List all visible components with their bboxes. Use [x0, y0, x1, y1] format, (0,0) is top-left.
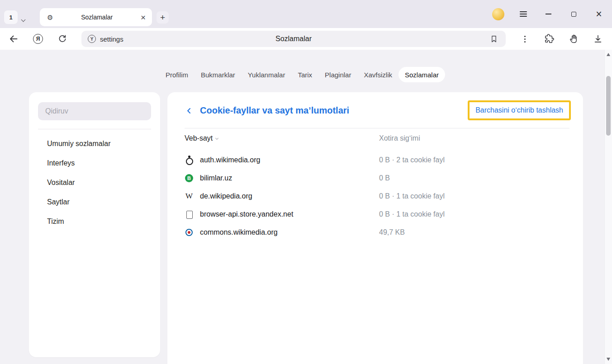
sidebar-item[interactable]: Umumiy sozlamalar	[29, 134, 160, 153]
yandex-home-button[interactable]	[33, 33, 43, 44]
close-icon	[596, 9, 602, 19]
sidebar-item-label: Saytlar	[47, 198, 70, 206]
search-input[interactable]	[38, 102, 151, 120]
menu-button[interactable]	[518, 9, 529, 19]
site-favicon-icon	[185, 192, 194, 201]
settings-nav: Profilim Bukmarklar Yuklanmalar Tarix Pl…	[0, 67, 604, 82]
puzzle-icon	[544, 34, 554, 44]
address-bar-page-title: Sozlamalar	[81, 35, 506, 43]
maximize-icon	[571, 12, 576, 17]
chevron-down-icon	[21, 18, 26, 22]
site-storage-size: 0 B	[379, 174, 390, 182]
chevron-left-icon	[185, 106, 194, 115]
site-row[interactable]: de.wikipedia.org 0 B · 1 ta cookie fayl	[167, 187, 583, 205]
site-name: de.wikipedia.org	[200, 192, 252, 200]
settings-nav-tab[interactable]: Bukmarklar	[195, 67, 242, 82]
profile-avatar[interactable]	[492, 8, 504, 20]
back-arrow-icon	[8, 33, 19, 44]
site-name: commons.wikimedia.org	[200, 228, 278, 236]
sidebar-item-label: Vositalar	[47, 179, 75, 187]
nav-tab-label: Tarix	[298, 71, 312, 79]
sidebar-item-label: Umumiy sozlamalar	[47, 140, 110, 148]
address-bar[interactable]: settings Sozlamalar	[81, 31, 506, 47]
new-tab-button[interactable]	[157, 11, 169, 24]
sidebar-item[interactable]: Interfeys	[29, 153, 160, 173]
nav-tab-label: Profilim	[166, 71, 188, 79]
delete-all-button[interactable]: Barchasini oʻchirib tashlash	[468, 100, 571, 120]
bookmark-icon	[489, 34, 498, 43]
sort-chevron-icon	[215, 137, 218, 140]
back-to-settings-button[interactable]	[185, 106, 194, 117]
hamburger-icon	[520, 11, 527, 12]
nav-tab-label: Yuklanmalar	[248, 71, 285, 79]
yandex-logo-icon	[33, 34, 43, 44]
settings-nav-tab[interactable]: Tarix	[291, 67, 318, 82]
site-name: browser-api.store.yandex.net	[200, 210, 293, 218]
sidebar-item-label: Interfeys	[47, 159, 75, 167]
more-options-button[interactable]	[519, 33, 530, 44]
window-controls	[492, 0, 605, 28]
site-row[interactable]: commons.wikimedia.org 49,7 KB	[167, 223, 583, 241]
tab-bar: 1 Sozlamalar	[0, 0, 612, 28]
toolbar: settings Sozlamalar	[0, 28, 612, 50]
nav-tab-label: Xavfsizlik	[364, 71, 392, 79]
nav-tab-label: Sozlamalar	[405, 71, 439, 79]
site-row[interactable]: bilimlar.uz 0 B	[167, 169, 583, 187]
header-divider	[185, 128, 569, 128]
scrollbar-thumb[interactable]	[606, 76, 611, 136]
bookmark-button[interactable]	[489, 33, 499, 44]
page-scrollbar[interactable]	[604, 50, 612, 364]
site-storage-size: 0 B · 2 ta cookie fayl	[379, 156, 445, 164]
site-favicon-icon	[185, 228, 194, 237]
site-storage-size: 0 B · 1 ta cookie fayl	[379, 210, 445, 218]
site-row[interactable]: auth.wikimedia.org 0 B · 2 ta cookie fay…	[167, 151, 583, 169]
settings-nav-tab[interactable]: Plaginlar	[318, 67, 357, 82]
scroll-down-arrow-icon[interactable]	[607, 358, 610, 361]
hand-icon	[569, 34, 579, 44]
gestures-button[interactable]	[568, 33, 579, 44]
site-header-label: Veb-sayt	[185, 134, 213, 142]
nav-tab-label: Bukmarklar	[201, 71, 235, 79]
settings-nav-tab[interactable]: Yuklanmalar	[242, 67, 292, 82]
site-favicon-icon	[185, 174, 194, 183]
sites-table-header: Veb-sayt Xotira sigʻimi	[167, 133, 583, 146]
site-icon	[88, 35, 96, 43]
sites-table: auth.wikimedia.org 0 B · 2 ta cookie fay…	[167, 151, 583, 241]
browser-tab-settings[interactable]: Sozlamalar	[40, 8, 152, 26]
site-row[interactable]: browser-api.store.yandex.net 0 B · 1 ta …	[167, 205, 583, 223]
site-favicon-icon	[185, 210, 194, 219]
sidebar-item[interactable]: Vositalar	[29, 173, 160, 192]
kebab-menu-icon	[524, 38, 526, 40]
maximize-button[interactable]	[568, 8, 579, 20]
site-name: bilimlar.uz	[200, 174, 232, 182]
sidebar-item[interactable]: Tizim	[29, 212, 160, 231]
page-title: Cookie-fayllar va sayt maʼlumotlari	[200, 105, 349, 116]
sidebar-item-label: Tizim	[47, 217, 64, 226]
sidebar-item[interactable]: Saytlar	[29, 192, 160, 212]
site-storage-size: 0 B · 1 ta cookie fayl	[379, 192, 445, 200]
tab-close-icon[interactable]	[141, 13, 146, 22]
extensions-button[interactable]	[544, 33, 555, 44]
site-favicon-icon	[185, 156, 194, 165]
settings-sidebar: Umumiy sozlamalar Interfeys Vositalar Sa…	[29, 92, 160, 357]
download-icon	[593, 34, 603, 44]
settings-nav-tab[interactable]: Profilim	[159, 67, 195, 82]
close-window-button[interactable]	[593, 8, 605, 20]
settings-nav-tab[interactable]: Xavfsizlik	[357, 67, 399, 82]
minimize-button[interactable]	[542, 8, 554, 20]
downloads-button[interactable]	[593, 33, 603, 44]
url-text: settings	[100, 35, 123, 43]
minimize-icon	[546, 14, 551, 14]
reload-button[interactable]	[57, 33, 68, 44]
tab-counter[interactable]: 1	[4, 10, 18, 24]
back-button[interactable]	[8, 33, 19, 44]
tab-list-chevron[interactable]	[22, 15, 25, 23]
scroll-up-arrow-icon[interactable]	[607, 53, 610, 56]
sidebar-list: Umumiy sozlamalar Interfeys Vositalar Sa…	[29, 134, 160, 231]
cookies-panel: Cookie-fayllar va sayt maʼlumotlari Barc…	[167, 92, 583, 364]
browser-window: 1 Sozlamalar s	[0, 0, 612, 364]
site-storage-size: 49,7 KB	[379, 228, 405, 236]
settings-nav-tab[interactable]: Sozlamalar	[399, 67, 445, 82]
sidebar-divider	[38, 129, 151, 129]
column-header-site[interactable]: Veb-sayt	[185, 134, 218, 142]
